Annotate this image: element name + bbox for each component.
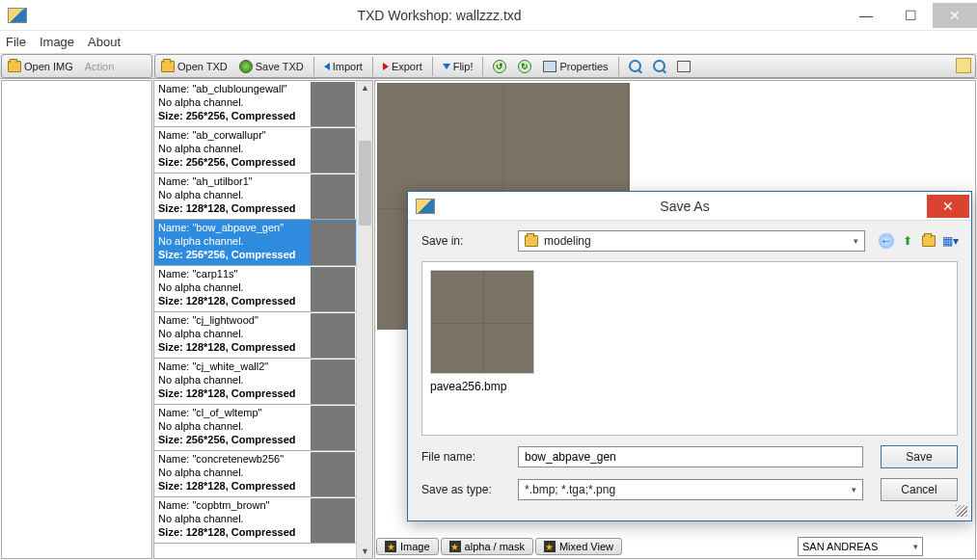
- action-button[interactable]: Action: [79, 56, 121, 77]
- file-item[interactable]: pavea256.bmp: [430, 270, 534, 393]
- texture-item[interactable]: Name: "copbtm_brown"No alpha channel.Siz…: [154, 497, 356, 544]
- texture-item[interactable]: Name: "ab_clubloungewall"No alpha channe…: [154, 81, 356, 127]
- texture-info: Name: "concretenewb256"No alpha channel.…: [154, 451, 310, 496]
- texture-alpha: No alpha channel.: [158, 467, 306, 480]
- maximize-button[interactable]: ☐: [888, 3, 933, 28]
- dialog-icon: [416, 199, 435, 214]
- texture-alpha: No alpha channel.: [158, 189, 306, 202]
- texture-item[interactable]: Name: "cl_of_wltemp"No alpha channel.Siz…: [154, 405, 356, 451]
- up-folder-icon[interactable]: ⬆: [900, 233, 915, 249]
- texture-alpha: No alpha channel.: [158, 235, 306, 249]
- texture-thumb: [311, 174, 355, 219]
- open-txd-button[interactable]: Open TXD: [155, 56, 233, 77]
- texture-item[interactable]: Name: "carp11s"No alpha channel.Size: 12…: [154, 266, 356, 312]
- separator: [618, 57, 619, 76]
- file-area[interactable]: pavea256.bmp: [421, 261, 958, 436]
- chevron-down-icon: ▾: [852, 485, 856, 494]
- game-select[interactable]: SAN ANDREAS▾: [798, 537, 923, 556]
- zoom-in-button[interactable]: [623, 56, 647, 77]
- properties-button[interactable]: Properties: [537, 56, 613, 77]
- export-label: Export: [392, 61, 422, 72]
- texture-item[interactable]: Name: "cj_lightwood"No alpha channel.Siz…: [154, 312, 356, 359]
- chevron-down-icon: ▾: [854, 236, 858, 246]
- cancel-button[interactable]: Cancel: [881, 478, 958, 501]
- rotate-left-icon: ↺: [493, 60, 506, 73]
- import-label: Import: [333, 61, 363, 72]
- copy-button[interactable]: [671, 56, 696, 77]
- flip-button[interactable]: Flip!: [437, 56, 479, 77]
- texture-list[interactable]: Name: "ab_clubloungewall"No alpha channe…: [154, 81, 356, 558]
- texture-size: Size: 256*256, Compressed: [158, 434, 306, 447]
- tab-alpha[interactable]: ★alpha / mask: [441, 538, 533, 555]
- scroll-up-icon[interactable]: ▲: [361, 83, 369, 93]
- back-icon[interactable]: ←: [879, 233, 894, 249]
- view-menu-icon[interactable]: ▦▾: [942, 233, 958, 249]
- texture-info: Name: "ab_clubloungewall"No alpha channe…: [154, 81, 310, 126]
- save-button[interactable]: Save: [881, 445, 958, 468]
- copy-icon: [677, 61, 691, 72]
- export-icon: [383, 63, 389, 70]
- notes-icon[interactable]: [956, 58, 971, 73]
- tab-mixed[interactable]: ★Mixed View: [535, 538, 622, 555]
- texture-item[interactable]: Name: "cj_white_wall2"No alpha channel.S…: [154, 359, 356, 405]
- open-txd-label: Open TXD: [177, 61, 228, 72]
- texture-alpha: No alpha channel.: [158, 513, 306, 526]
- texture-thumb: [311, 313, 355, 358]
- texture-item[interactable]: Name: "bow_abpave_gen"No alpha channel.S…: [154, 220, 356, 266]
- close-button[interactable]: ✕: [933, 3, 977, 28]
- texture-info: Name: "ab_corwallupr"No alpha channel.Si…: [154, 127, 310, 173]
- texture-name: Name: "concretenewb256": [158, 453, 306, 467]
- rotate-right-button[interactable]: ↻: [512, 56, 537, 77]
- separator: [482, 57, 483, 76]
- save-in-label: Save in:: [421, 234, 510, 248]
- texture-thumb: [311, 267, 355, 311]
- filename-input[interactable]: [518, 446, 863, 467]
- import-button[interactable]: Import: [318, 56, 368, 77]
- texture-name: Name: "ab_clubloungewall": [158, 83, 306, 96]
- save-type-label: Save as type:: [421, 483, 510, 496]
- flip-label: Flip!: [453, 61, 474, 72]
- dialog-body: Save in: modeling ▾ ← ⬆ ▦▾ pavea256.bmp …: [408, 221, 971, 520]
- texture-name: Name: "copbtm_brown": [158, 499, 306, 513]
- scroll-down-icon[interactable]: ▼: [361, 547, 369, 556]
- save-type-combo[interactable]: *.bmp; *.tga;*.png▾: [518, 479, 863, 500]
- folder-icon: [8, 61, 21, 72]
- toolbar-left: Open IMG Action: [1, 54, 152, 78]
- export-button[interactable]: Export: [377, 56, 428, 77]
- new-folder-icon[interactable]: [921, 233, 936, 249]
- scroll-thumb[interactable]: [359, 141, 371, 226]
- save-as-dialog: Save As ✕ Save in: modeling ▾ ← ⬆ ▦▾ pav…: [407, 191, 972, 521]
- menu-about[interactable]: About: [88, 35, 121, 49]
- separator: [432, 57, 433, 76]
- texture-size: Size: 128*128, Compressed: [158, 295, 306, 308]
- texture-item[interactable]: Name: "ah_utilbor1"No alpha channel.Size…: [154, 173, 356, 220]
- texture-name: Name: "ab_corwallupr": [158, 129, 306, 143]
- texture-size: Size: 256*256, Compressed: [158, 249, 306, 262]
- tab-image-label: Image: [400, 541, 430, 552]
- texture-item[interactable]: Name: "concretenewb256"No alpha channel.…: [154, 451, 356, 497]
- scrollbar[interactable]: ▲ ▼: [356, 81, 372, 558]
- texture-list-panel: Name: "ab_clubloungewall"No alpha channe…: [153, 80, 373, 559]
- resize-grip[interactable]: [956, 505, 967, 517]
- dialog-close-button[interactable]: ✕: [927, 195, 969, 218]
- open-img-button[interactable]: Open IMG: [2, 56, 79, 77]
- window-title: TXD Workshop: wallzzz.txd: [35, 8, 844, 23]
- rotate-left-button[interactable]: ↺: [487, 56, 512, 77]
- app-icon: [8, 8, 27, 23]
- save-txd-button[interactable]: Save TXD: [233, 56, 310, 77]
- save-in-combo[interactable]: modeling ▾: [518, 230, 865, 252]
- minimize-button[interactable]: —: [844, 3, 888, 28]
- texture-item[interactable]: Name: "ab_corwallupr"No alpha channel.Si…: [154, 127, 356, 173]
- file-name: pavea256.bmp: [430, 380, 534, 393]
- flip-icon: [443, 64, 450, 69]
- zoom-out-button[interactable]: [647, 56, 671, 77]
- texture-size: Size: 128*128, Compressed: [158, 341, 306, 355]
- properties-icon: [543, 61, 556, 72]
- tab-image[interactable]: ★Image: [376, 538, 439, 555]
- menu-file[interactable]: File: [6, 35, 26, 49]
- img-panel: [1, 80, 152, 559]
- texture-name: Name: "cj_white_wall2": [158, 360, 306, 374]
- tab-alpha-label: alpha / mask: [465, 541, 525, 552]
- menu-image[interactable]: Image: [40, 35, 74, 49]
- import-icon: [324, 63, 330, 70]
